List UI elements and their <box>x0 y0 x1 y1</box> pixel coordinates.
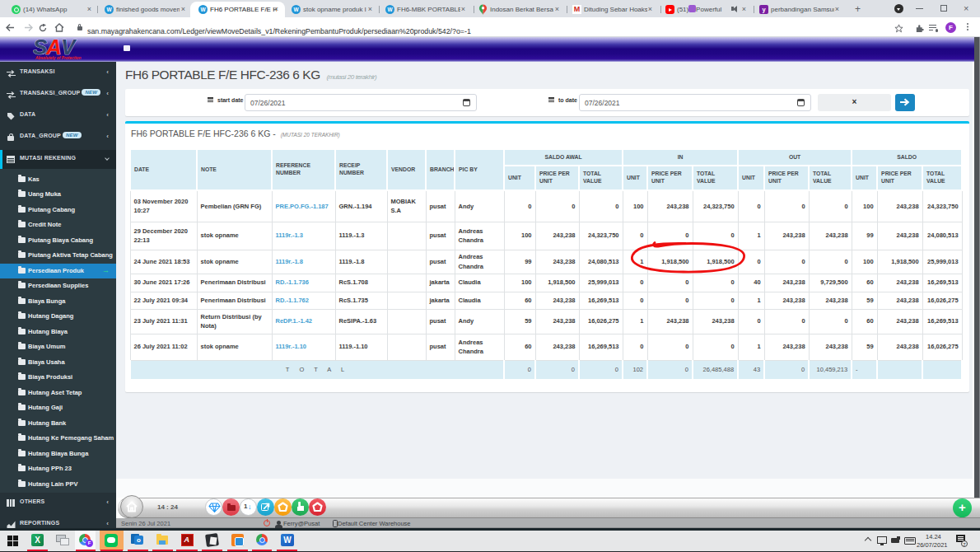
svg-text:Absolutely of Protection: Absolutely of Protection <box>35 56 82 60</box>
